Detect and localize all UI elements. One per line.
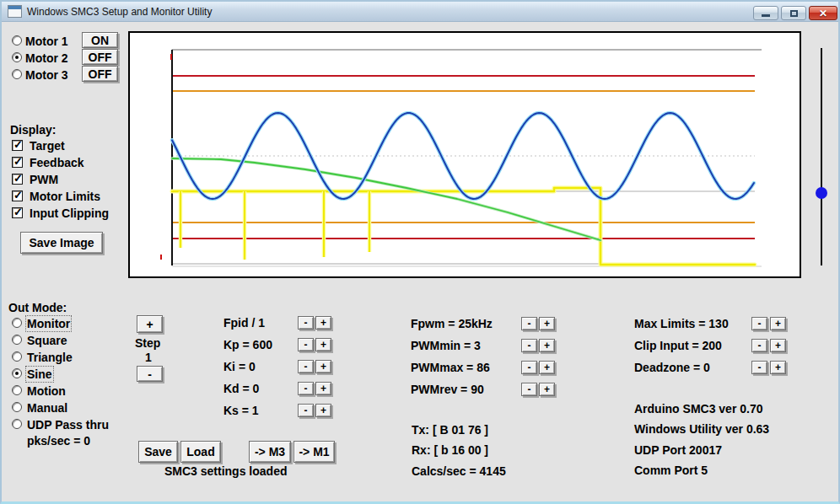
fpid-plus-button[interactable]: + [315,316,331,330]
fpwm-label: Fpwm = 25kHz [411,317,493,330]
step-value: 1 [145,351,152,364]
check-icon: ✓ [13,189,23,201]
scope-traces [130,33,800,276]
kd-minus-button[interactable]: - [298,382,314,395]
check-icon: ✓ [13,155,23,168]
ks-plus-button[interactable]: + [315,404,331,417]
out-mode-motion-label: Motion [27,384,66,398]
kd-label: Kd = 0 [223,382,259,395]
clip-input-minus-button[interactable]: - [751,339,767,352]
out-mode-monitor-label: Monitor [27,317,70,330]
save-image-button[interactable]: Save Image [20,232,103,254]
utility-version-label: Windows Utility ver 0.63 [634,422,769,436]
feedback-checkbox[interactable]: ✓ [12,157,23,168]
pwm-checkbox[interactable]: ✓ [12,174,23,185]
kd-plus-button[interactable]: + [315,382,331,395]
step-minus-button[interactable]: - [137,366,163,382]
pwmmax-minus-button[interactable]: - [521,361,537,374]
minimize-icon [762,14,770,17]
motor2-label: Motor 2 [25,51,68,65]
save-settings-button[interactable]: Save [138,441,178,463]
kp-minus-button[interactable]: - [298,338,314,351]
motor-limits-checkbox[interactable]: ✓ [12,190,23,201]
motor1-on-button[interactable]: ON [82,32,118,48]
pwmmax-label: PWMmax = 86 [411,361,490,374]
target-checkbox[interactable]: ✓ [12,140,23,151]
minimize-button[interactable] [753,6,778,20]
out-mode-manual-radio[interactable] [12,402,22,412]
motor3-off-button[interactable]: OFF [82,66,118,82]
out-mode-udp-radio[interactable] [12,419,22,429]
pwmrev-label: PWMrev = 90 [411,383,484,396]
close-button[interactable]: ✕ [809,6,837,20]
comm-port-label: Comm Port 5 [634,464,708,477]
out-mode-monitor-radio[interactable] [12,318,22,328]
motor1-label: Motor 1 [25,35,68,48]
calcs-per-sec-readout: Calcs/sec = 4145 [412,464,506,478]
out-mode-triangle-radio[interactable] [12,351,22,362]
kp-plus-button[interactable]: + [315,338,331,351]
check-icon: ✓ [13,172,23,185]
out-mode-square-radio[interactable] [12,335,22,345]
app-window: Windows SMC3 Setup and Monitor Utility ✕… [0,0,840,504]
response-slider-knob[interactable] [816,187,827,199]
input-clipping-checkbox[interactable]: ✓ [12,207,23,218]
load-settings-button[interactable]: Load [180,441,221,463]
clip-input-plus-button[interactable]: + [770,339,786,352]
out-mode-manual-label: Manual [27,401,67,415]
send-to-m3-button[interactable]: -> M3 [249,441,291,463]
check-icon: ✓ [13,138,23,151]
pwmmin-plus-button[interactable]: + [539,339,555,352]
send-to-m1-button[interactable]: -> M1 [293,441,335,463]
out-mode-section-label: Out Mode: [8,301,67,314]
target-checkbox-label: Target [30,139,65,153]
restore-icon [790,10,798,17]
title-bar[interactable]: Windows SMC3 Setup and Monitor Utility [2,2,838,22]
max-limits-plus-button[interactable]: + [770,317,786,330]
scope-plot [128,31,801,278]
motor3-label: Motor 3 [25,68,68,82]
fpid-minus-button[interactable]: - [298,316,314,330]
arduino-version-label: Arduino SMC3 ver 0.70 [634,402,763,416]
pwm-checkbox-label: PWM [30,173,58,186]
motor-limits-checkbox-label: Motor Limits [30,190,100,203]
ki-minus-button[interactable]: - [298,360,314,373]
rx-readout: Rx: [ b 16 00 ] [412,443,488,457]
deadzone-minus-button[interactable]: - [751,361,767,374]
pwmmax-plus-button[interactable]: + [539,361,555,374]
out-mode-sine-label: Sine [27,367,52,381]
close-icon: ✕ [819,8,827,19]
pwmrev-minus-button[interactable]: - [521,383,537,396]
fpid-label: Fpid / 1 [223,316,265,330]
step-plus-button[interactable]: + [137,315,163,333]
pwmrev-plus-button[interactable]: + [539,383,555,396]
fpwm-minus-button[interactable]: - [521,317,537,330]
pwmmin-label: PWMmin = 3 [411,339,481,352]
max-limits-minus-button[interactable]: - [751,317,767,330]
ki-label: Ki = 0 [223,360,256,373]
window-title: Windows SMC3 Setup and Monitor Utility [27,6,212,18]
out-mode-square-label: Square [27,334,67,347]
response-slider-track[interactable] [821,48,822,265]
motor3-radio[interactable] [12,69,22,79]
pks-per-sec-label: pks/sec = 0 [27,434,90,448]
restore-button[interactable] [781,6,806,20]
kp-label: Kp = 600 [223,338,272,351]
input-clipping-checkbox-label: Input Clipping [30,206,109,220]
display-section-label: Display: [10,123,56,137]
ki-plus-button[interactable]: + [315,360,331,373]
step-label: Step [135,336,160,350]
motor1-radio[interactable] [12,35,22,46]
app-icon [8,5,22,18]
udp-port-label: UDP Port 20017 [634,443,722,457]
feedback-checkbox-label: Feedback [30,156,84,169]
fpwm-plus-button[interactable]: + [539,317,555,330]
out-mode-sine-radio[interactable] [12,368,22,378]
deadzone-plus-button[interactable]: + [770,361,786,374]
pwmmin-minus-button[interactable]: - [521,339,537,352]
motor2-off-button[interactable]: OFF [82,49,118,65]
out-mode-motion-radio[interactable] [12,385,22,395]
tx-readout: Tx: [ B 01 76 ] [412,423,488,437]
ks-minus-button[interactable]: - [298,404,314,417]
motor2-radio[interactable] [12,52,22,62]
